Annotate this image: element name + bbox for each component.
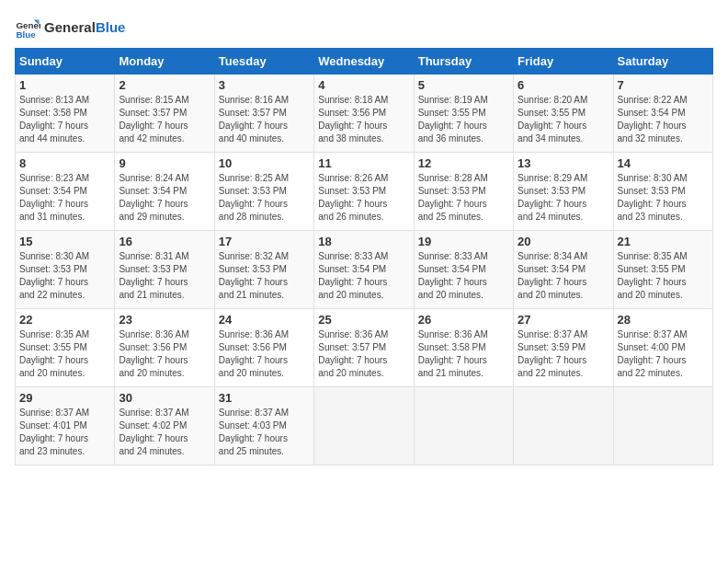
day-number: 18 bbox=[318, 235, 409, 248]
day-number: 24 bbox=[219, 313, 310, 327]
day-info: Sunrise: 8:18 AM Sunset: 3:56 PM Dayligh… bbox=[318, 94, 409, 145]
day-number: 8 bbox=[19, 156, 110, 170]
day-number: 27 bbox=[518, 313, 609, 327]
header-tuesday: Tuesday bbox=[214, 49, 313, 75]
day-info: Sunrise: 8:25 AM Sunset: 3:53 PM Dayligh… bbox=[219, 172, 310, 224]
day-info: Sunrise: 8:13 AM Sunset: 3:58 PM Dayligh… bbox=[19, 94, 110, 145]
calendar-cell: 7 Sunrise: 8:22 AM Sunset: 3:54 PM Dayli… bbox=[613, 75, 712, 153]
day-number: 17 bbox=[219, 235, 310, 248]
calendar-cell: 20 Sunrise: 8:34 AM Sunset: 3:54 PM Dayl… bbox=[514, 231, 613, 309]
day-info: Sunrise: 8:35 AM Sunset: 3:55 PM Dayligh… bbox=[19, 328, 110, 380]
week-row-1: 1 Sunrise: 8:13 AM Sunset: 3:58 PM Dayli… bbox=[16, 75, 713, 153]
calendar-cell: 9 Sunrise: 8:24 AM Sunset: 3:54 PM Dayli… bbox=[115, 153, 214, 231]
day-number: 19 bbox=[418, 235, 509, 248]
calendar-cell: 21 Sunrise: 8:35 AM Sunset: 3:55 PM Dayl… bbox=[613, 231, 712, 309]
day-number: 31 bbox=[219, 391, 310, 405]
logo-general: General bbox=[44, 19, 96, 35]
day-number: 25 bbox=[318, 313, 409, 327]
day-number: 1 bbox=[19, 78, 110, 92]
day-number: 5 bbox=[418, 78, 509, 92]
day-info: Sunrise: 8:28 AM Sunset: 3:53 PM Dayligh… bbox=[418, 172, 509, 224]
week-row-3: 15 Sunrise: 8:30 AM Sunset: 3:53 PM Dayl… bbox=[16, 231, 713, 309]
day-number: 7 bbox=[618, 78, 709, 92]
day-number: 20 bbox=[518, 235, 609, 248]
header-sunday: Sunday bbox=[16, 49, 115, 75]
day-info: Sunrise: 8:15 AM Sunset: 3:57 PM Dayligh… bbox=[119, 94, 210, 145]
calendar-cell: 13 Sunrise: 8:29 AM Sunset: 3:53 PM Dayl… bbox=[514, 153, 613, 231]
day-number: 15 bbox=[19, 235, 110, 248]
day-info: Sunrise: 8:37 AM Sunset: 4:02 PM Dayligh… bbox=[119, 407, 210, 458]
day-info: Sunrise: 8:36 AM Sunset: 3:56 PM Dayligh… bbox=[119, 328, 210, 380]
day-info: Sunrise: 8:24 AM Sunset: 3:54 PM Dayligh… bbox=[119, 172, 210, 224]
day-number: 4 bbox=[318, 78, 409, 92]
calendar-cell: 1 Sunrise: 8:13 AM Sunset: 3:58 PM Dayli… bbox=[16, 75, 115, 153]
header-monday: Monday bbox=[115, 49, 214, 75]
calendar-cell bbox=[613, 387, 712, 465]
day-number: 26 bbox=[418, 313, 509, 327]
calendar-cell bbox=[414, 387, 513, 465]
logo-icon: General Blue bbox=[15, 15, 40, 40]
header-thursday: Thursday bbox=[414, 49, 513, 75]
day-number: 3 bbox=[219, 78, 310, 92]
header: General Blue GeneralBlue bbox=[15, 15, 713, 40]
day-number: 21 bbox=[618, 235, 709, 248]
calendar-cell: 8 Sunrise: 8:23 AM Sunset: 3:54 PM Dayli… bbox=[16, 153, 115, 231]
day-info: Sunrise: 8:37 AM Sunset: 4:01 PM Dayligh… bbox=[19, 407, 110, 458]
day-number: 2 bbox=[119, 78, 210, 92]
calendar-cell: 11 Sunrise: 8:26 AM Sunset: 3:53 PM Dayl… bbox=[314, 153, 414, 231]
calendar-cell: 10 Sunrise: 8:25 AM Sunset: 3:53 PM Dayl… bbox=[214, 153, 313, 231]
day-info: Sunrise: 8:20 AM Sunset: 3:55 PM Dayligh… bbox=[518, 94, 609, 145]
calendar-cell: 22 Sunrise: 8:35 AM Sunset: 3:55 PM Dayl… bbox=[16, 309, 115, 387]
header-saturday: Saturday bbox=[613, 49, 712, 75]
calendar-cell: 12 Sunrise: 8:28 AM Sunset: 3:53 PM Dayl… bbox=[414, 153, 513, 231]
day-number: 30 bbox=[119, 391, 210, 405]
day-info: Sunrise: 8:37 AM Sunset: 3:59 PM Dayligh… bbox=[518, 328, 609, 380]
logo-blue: Blue bbox=[96, 19, 126, 35]
day-info: Sunrise: 8:22 AM Sunset: 3:54 PM Dayligh… bbox=[618, 94, 709, 145]
day-info: Sunrise: 8:31 AM Sunset: 3:53 PM Dayligh… bbox=[119, 250, 210, 302]
svg-text:Blue: Blue bbox=[16, 29, 36, 40]
calendar-cell: 19 Sunrise: 8:33 AM Sunset: 3:54 PM Dayl… bbox=[414, 231, 513, 309]
day-info: Sunrise: 8:33 AM Sunset: 3:54 PM Dayligh… bbox=[318, 250, 409, 302]
day-number: 10 bbox=[219, 156, 310, 170]
calendar-cell: 17 Sunrise: 8:32 AM Sunset: 3:53 PM Dayl… bbox=[214, 231, 313, 309]
day-info: Sunrise: 8:33 AM Sunset: 3:54 PM Dayligh… bbox=[418, 250, 509, 302]
days-header-row: SundayMondayTuesdayWednesdayThursdayFrid… bbox=[16, 49, 713, 75]
calendar-cell: 31 Sunrise: 8:37 AM Sunset: 4:03 PM Dayl… bbox=[214, 387, 313, 465]
day-number: 22 bbox=[19, 313, 110, 327]
calendar-cell: 15 Sunrise: 8:30 AM Sunset: 3:53 PM Dayl… bbox=[16, 231, 115, 309]
day-number: 12 bbox=[418, 156, 509, 170]
day-info: Sunrise: 8:34 AM Sunset: 3:54 PM Dayligh… bbox=[518, 250, 609, 302]
day-info: Sunrise: 8:36 AM Sunset: 3:56 PM Dayligh… bbox=[219, 328, 310, 380]
calendar-cell: 24 Sunrise: 8:36 AM Sunset: 3:56 PM Dayl… bbox=[214, 309, 313, 387]
calendar-cell: 26 Sunrise: 8:36 AM Sunset: 3:58 PM Dayl… bbox=[414, 309, 513, 387]
calendar-cell: 4 Sunrise: 8:18 AM Sunset: 3:56 PM Dayli… bbox=[314, 75, 414, 153]
calendar-cell: 28 Sunrise: 8:37 AM Sunset: 4:00 PM Dayl… bbox=[613, 309, 712, 387]
calendar-cell: 3 Sunrise: 8:16 AM Sunset: 3:57 PM Dayli… bbox=[214, 75, 313, 153]
calendar-cell bbox=[314, 387, 414, 465]
day-info: Sunrise: 8:36 AM Sunset: 3:58 PM Dayligh… bbox=[418, 328, 509, 380]
day-info: Sunrise: 8:16 AM Sunset: 3:57 PM Dayligh… bbox=[219, 94, 310, 145]
day-info: Sunrise: 8:30 AM Sunset: 3:53 PM Dayligh… bbox=[19, 250, 110, 302]
logo: General Blue GeneralBlue bbox=[15, 15, 125, 40]
day-number: 14 bbox=[618, 156, 709, 170]
calendar-cell: 2 Sunrise: 8:15 AM Sunset: 3:57 PM Dayli… bbox=[115, 75, 214, 153]
day-number: 11 bbox=[318, 156, 409, 170]
calendar-cell: 14 Sunrise: 8:30 AM Sunset: 3:53 PM Dayl… bbox=[613, 153, 712, 231]
calendar-cell bbox=[514, 387, 613, 465]
calendar-cell: 30 Sunrise: 8:37 AM Sunset: 4:02 PM Dayl… bbox=[115, 387, 214, 465]
calendar-cell: 6 Sunrise: 8:20 AM Sunset: 3:55 PM Dayli… bbox=[514, 75, 613, 153]
calendar-table: SundayMondayTuesdayWednesdayThursdayFrid… bbox=[15, 48, 713, 465]
header-wednesday: Wednesday bbox=[314, 49, 414, 75]
day-number: 23 bbox=[119, 313, 210, 327]
header-friday: Friday bbox=[514, 49, 613, 75]
day-info: Sunrise: 8:29 AM Sunset: 3:53 PM Dayligh… bbox=[518, 172, 609, 224]
day-info: Sunrise: 8:23 AM Sunset: 3:54 PM Dayligh… bbox=[19, 172, 110, 224]
calendar-cell: 16 Sunrise: 8:31 AM Sunset: 3:53 PM Dayl… bbox=[115, 231, 214, 309]
day-number: 29 bbox=[19, 391, 110, 405]
day-number: 6 bbox=[518, 78, 609, 92]
calendar-cell: 27 Sunrise: 8:37 AM Sunset: 3:59 PM Dayl… bbox=[514, 309, 613, 387]
day-info: Sunrise: 8:30 AM Sunset: 3:53 PM Dayligh… bbox=[618, 172, 709, 224]
day-number: 9 bbox=[119, 156, 210, 170]
calendar-cell: 18 Sunrise: 8:33 AM Sunset: 3:54 PM Dayl… bbox=[314, 231, 414, 309]
